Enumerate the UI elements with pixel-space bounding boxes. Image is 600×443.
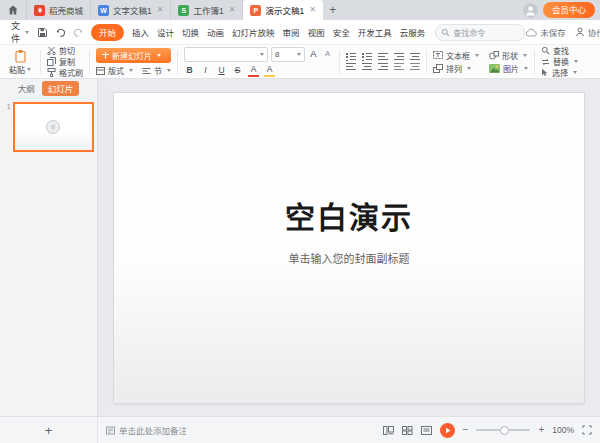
add-slide-button[interactable]: + [0, 417, 98, 443]
tab-security[interactable]: 安全 [333, 26, 350, 38]
close-icon[interactable]: ✕ [229, 6, 236, 14]
decrease-indent-icon[interactable] [378, 53, 388, 61]
align-center-icon[interactable] [362, 63, 372, 71]
underline-button[interactable]: U [216, 65, 227, 76]
arrange-button[interactable]: 排列 [433, 63, 479, 73]
redo-icon[interactable] [73, 27, 84, 38]
tab-docer-store[interactable]: 稻壳商城 [27, 0, 91, 20]
tab-label: 稻壳商城 [49, 4, 83, 16]
statusbar-controls: − + 100% [383, 423, 600, 438]
normal-view-icon[interactable] [383, 426, 394, 435]
slide-title[interactable]: 空白演示 [285, 193, 413, 237]
brush-icon [47, 68, 56, 77]
copy-label: 复制 [59, 56, 75, 67]
member-center-button[interactable]: 会员中心 [543, 2, 595, 18]
home-button[interactable] [0, 0, 27, 20]
tab-transitions[interactable]: 切换 [182, 26, 199, 38]
shapes-button[interactable]: 形状 [489, 50, 528, 60]
tab-devtools[interactable]: 开发工具 [358, 26, 392, 38]
tabbar-spacer [343, 0, 523, 20]
align-right-icon[interactable] [378, 63, 388, 71]
ribbon-separator [89, 50, 90, 74]
thumbnail-placeholder-icon [45, 119, 61, 135]
file-menu-button[interactable]: 文件 [6, 19, 34, 45]
textbox-button[interactable]: 文本框 [433, 50, 479, 60]
zoom-slider-knob[interactable] [500, 426, 509, 435]
undo-icon[interactable] [55, 27, 66, 38]
tab-home[interactable]: 开始 [91, 24, 124, 41]
picture-button[interactable]: 图片 [489, 63, 528, 73]
font-size-select[interactable]: 8 [271, 47, 305, 62]
zoom-out-button[interactable]: − [463, 425, 469, 435]
slide-subtitle[interactable]: 单击输入您的封面副标题 [289, 250, 410, 266]
tab-slideshow[interactable]: 幻灯片放映 [232, 26, 275, 38]
slide-canvas[interactable]: 空白演示 单击输入您的封面副标题 [114, 93, 584, 403]
panel-tabs: 大纲 幻灯片 [0, 79, 97, 97]
font-color-button[interactable]: A [248, 64, 259, 77]
italic-button[interactable]: I [200, 65, 211, 76]
command-search-input[interactable]: 查找命令 [435, 24, 525, 41]
shapes-label: 形状 [502, 50, 518, 61]
close-icon[interactable]: ✕ [157, 6, 164, 14]
save-icon[interactable] [37, 27, 48, 38]
cursor-icon [541, 68, 549, 77]
increase-font-button[interactable]: A [308, 49, 319, 60]
bold-button[interactable]: B [184, 65, 195, 76]
save-status[interactable]: 未保存 [525, 26, 566, 38]
format-painter-button[interactable]: 格式刷 [47, 68, 83, 78]
slides-tab[interactable]: 幻灯片 [42, 81, 80, 96]
decrease-font-button[interactable]: A [322, 49, 333, 60]
tab-animation[interactable]: 动画 [207, 26, 224, 38]
cut-button[interactable]: 剪切 [47, 46, 83, 56]
copy-button[interactable]: 复制 [47, 57, 83, 67]
tab-view[interactable]: 视图 [308, 26, 325, 38]
tab-spreadsheet[interactable]: S 工作簿1 ✕ [171, 0, 243, 20]
user-avatar[interactable] [523, 3, 538, 18]
notes-placeholder-bar[interactable]: 单击此处添加备注 [106, 424, 187, 436]
ribbon-separator [40, 50, 41, 74]
close-icon[interactable]: ✕ [309, 6, 316, 14]
increase-indent-icon[interactable] [394, 53, 404, 61]
tab-writer-document[interactable]: W 文字文稿1 ✕ [91, 0, 171, 20]
font-family-select[interactable] [184, 47, 268, 62]
new-tab-button[interactable]: + [323, 0, 343, 20]
collaborate-button[interactable]: 协作 [575, 26, 600, 38]
slide-thumbnail-selected[interactable] [13, 102, 94, 152]
replace-label: 替换 [553, 56, 569, 67]
zoom-slider[interactable] [476, 429, 530, 431]
tab-review[interactable]: 审阅 [283, 26, 300, 38]
select-button[interactable]: 选择 [541, 68, 578, 78]
outline-tab[interactable]: 大纲 [18, 82, 35, 94]
align-left-icon[interactable] [346, 63, 356, 71]
line-spacing-icon[interactable] [410, 53, 420, 61]
home-icon [7, 4, 19, 16]
replace-button[interactable]: 替换 [541, 57, 578, 67]
new-slide-button[interactable]: 新建幻灯片 [96, 48, 171, 63]
layout-button[interactable]: 版式 [96, 66, 133, 76]
tab-cloud[interactable]: 云服务 [400, 26, 426, 38]
slide-thumbnail-list: 1 [0, 97, 97, 152]
section-button[interactable]: 节 [142, 66, 171, 76]
zoom-level[interactable]: 100% [552, 425, 574, 435]
align-justify-icon[interactable] [394, 63, 404, 71]
writer-doc-icon: W [98, 5, 109, 16]
bullet-list-icon[interactable] [346, 53, 356, 61]
collaborate-label: 协作 [588, 26, 600, 38]
play-slideshow-button[interactable] [440, 423, 455, 438]
paste-button[interactable]: 粘贴 [6, 49, 34, 75]
highlight-color-button[interactable]: A [264, 64, 275, 77]
numbered-list-icon[interactable] [362, 53, 372, 61]
fit-to-window-icon[interactable] [582, 425, 592, 435]
workspace: 大纲 幻灯片 1 空白演示 单击输入您的封面副标题 [0, 79, 600, 416]
text-columns-icon[interactable] [410, 63, 420, 71]
strikethrough-button[interactable]: S [232, 65, 243, 76]
find-button[interactable]: 查找 [541, 46, 578, 56]
slide-sorter-view-icon[interactable] [402, 426, 413, 435]
reading-view-icon[interactable] [421, 426, 432, 435]
tab-presentation-active[interactable]: P 演示文稿1 ✕ [243, 0, 322, 20]
tab-design[interactable]: 设计 [157, 26, 174, 38]
zoom-in-button[interactable]: + [538, 425, 544, 435]
tab-insert[interactable]: 插入 [132, 26, 149, 38]
chevron-down-icon [157, 54, 161, 57]
select-label: 选择 [552, 67, 568, 78]
